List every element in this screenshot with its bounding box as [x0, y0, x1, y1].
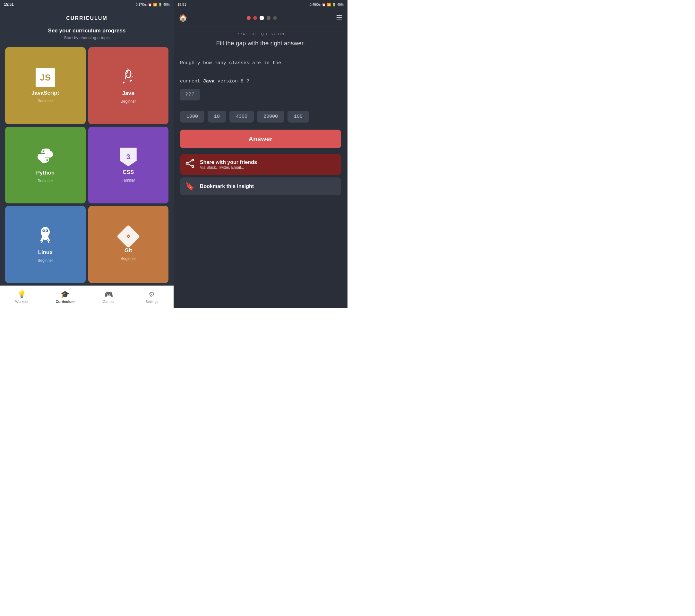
status-bar-right: 15:51 0.46K/s ⏰ 📶 🔋 40% — [174, 0, 348, 9]
bookmark-title: Bookmark this insight — [200, 184, 254, 189]
share-subtitle: Via Slack, Twitter, Email... — [200, 165, 257, 170]
css-icon: 3 — [120, 147, 137, 167]
topic-card-java[interactable]: Java Beginner — [88, 47, 169, 124]
topic-level-js: Beginner — [37, 99, 53, 103]
nav-item-curriculum[interactable]: 🎓 Curriculum — [43, 286, 87, 308]
topic-card-linux[interactable]: Linux Beginner — [5, 206, 86, 283]
topic-name-css: CSS — [122, 169, 134, 175]
question-body: Roughly how many classes are in thecurre… — [174, 52, 348, 106]
share-text: Share with your friends Via Slack, Twitt… — [200, 159, 257, 170]
settings-label: Settings — [146, 300, 158, 304]
left-header: CURRICULUM See your curriculum progress … — [0, 9, 174, 43]
app-title: CURRICULUM — [5, 15, 168, 21]
svg-point-8 — [44, 230, 44, 231]
games-icon: 🎮 — [104, 290, 113, 299]
option-100[interactable]: 100 — [288, 111, 309, 123]
option-20000[interactable]: 20000 — [257, 111, 284, 123]
share-title: Share with your friends — [200, 159, 257, 165]
status-bar-left: 15:51 0.17K/s ⏰ 📶 🔋 40% — [0, 0, 174, 9]
main-heading: See your curriculum progress — [5, 28, 168, 34]
topic-level-java: Beginner — [121, 99, 136, 104]
topic-level-css: Familiar — [121, 178, 135, 183]
status-time-right: 15:51 — [177, 3, 186, 6]
wifi-icon: 📶 — [153, 3, 157, 6]
dot-indicators — [247, 16, 277, 20]
answer-button[interactable]: Answer — [180, 130, 341, 148]
option-10[interactable]: 10 — [208, 111, 226, 123]
topic-name-git: Git — [124, 247, 132, 254]
dot-3-active — [259, 16, 264, 20]
hamburger-button[interactable]: ☰ — [336, 14, 342, 21]
workout-icon: 💡 — [17, 290, 26, 299]
svg-point-10 — [42, 235, 48, 240]
svg-point-1 — [43, 151, 44, 152]
wifi-icon-right: 📶 — [327, 3, 331, 6]
alarm-icon: ⏰ — [148, 3, 152, 6]
right-panel: 15:51 0.46K/s ⏰ 📶 🔋 40% 🏠 ☰ PRACTICE QUE… — [174, 0, 348, 308]
battery-icon-right: 🔋 — [332, 3, 336, 6]
network-speed-left: 0.17K/s — [136, 3, 147, 6]
network-speed-right: 0.46K/s — [310, 3, 321, 6]
topic-name-linux: Linux — [38, 249, 53, 256]
svg-point-9 — [47, 230, 48, 231]
git-icon: ⋄ — [120, 228, 137, 245]
curriculum-label: Curriculum — [56, 300, 75, 304]
topic-grid: JS JavaScript Beginner Java Beginner — [0, 43, 174, 286]
dot-2 — [253, 16, 257, 20]
practice-label: PRACTICE QUESTION — [174, 27, 348, 38]
topic-level-git: Beginner — [121, 256, 136, 261]
python-icon — [36, 147, 54, 167]
bottom-nav: 💡 Workout 🎓 Curriculum 🎮 Games ⚙ Setting… — [0, 286, 174, 308]
linux-icon — [37, 226, 54, 247]
option-4300[interactable]: 4300 — [230, 111, 254, 123]
svg-line-14 — [188, 161, 192, 163]
topic-level-linux: Beginner — [37, 258, 53, 263]
games-label: Games — [103, 300, 114, 304]
nav-item-settings[interactable]: ⚙ Settings — [130, 286, 174, 308]
status-icons-left: 0.17K/s ⏰ 📶 🔋 40% — [136, 3, 170, 6]
topic-card-js[interactable]: JS JavaScript Beginner — [5, 47, 86, 124]
battery-pct-right: 40% — [337, 3, 344, 6]
dot-1 — [247, 16, 251, 20]
svg-point-2 — [47, 159, 48, 161]
workout-label: Workout — [15, 300, 28, 304]
right-top-bar: 🏠 ☰ — [174, 9, 348, 27]
settings-icon: ⚙ — [149, 290, 155, 299]
share-section[interactable]: Share with your friends Via Slack, Twitt… — [180, 154, 341, 175]
dot-5 — [273, 16, 277, 20]
question-title: Fill the gap with the right answer. — [174, 38, 348, 52]
question-text-after: version 8 ? — [215, 79, 249, 84]
curriculum-icon: 🎓 — [61, 290, 69, 299]
topic-name-python: Python — [36, 170, 54, 176]
question-highlight: Java — [203, 79, 215, 84]
alarm-icon-right: ⏰ — [322, 3, 326, 6]
bookmark-section[interactable]: 🔖 Bookmark this insight — [180, 177, 341, 195]
option-1000[interactable]: 1000 — [180, 111, 204, 123]
topic-level-python: Beginner — [37, 179, 53, 183]
topic-card-git[interactable]: ⋄ Git Beginner — [88, 206, 169, 283]
home-button[interactable]: 🏠 — [179, 14, 187, 22]
left-panel: 15:51 0.17K/s ⏰ 📶 🔋 40% CURRICULUM See y… — [0, 0, 174, 308]
answer-options: 1000 10 4300 20000 100 — [174, 106, 348, 127]
topic-card-css[interactable]: 3 CSS Familiar — [88, 127, 169, 204]
topic-name-js: JavaScript — [31, 90, 59, 96]
topic-card-python[interactable]: Python Beginner — [5, 127, 86, 204]
js-icon: JS — [36, 68, 55, 87]
status-time-left: 15:51 — [4, 2, 14, 7]
nav-item-workout[interactable]: 💡 Workout — [0, 286, 43, 308]
sub-heading: Start by choosing a topic — [5, 35, 168, 40]
battery-icon-left: 🔋 — [158, 3, 162, 6]
status-icons-right: 0.46K/s ⏰ 📶 🔋 40% — [310, 3, 344, 6]
nav-item-games[interactable]: 🎮 Games — [87, 286, 130, 308]
java-icon — [120, 67, 136, 88]
bookmark-icon: 🔖 — [185, 182, 195, 191]
bookmark-text: Bookmark this insight — [200, 184, 254, 189]
gap-placeholder[interactable]: ??? — [180, 89, 200, 101]
svg-line-15 — [188, 164, 192, 166]
topic-name-java: Java — [122, 90, 134, 97]
share-icon — [185, 158, 195, 170]
battery-pct-left: 40% — [163, 3, 170, 6]
dot-4 — [267, 16, 271, 20]
